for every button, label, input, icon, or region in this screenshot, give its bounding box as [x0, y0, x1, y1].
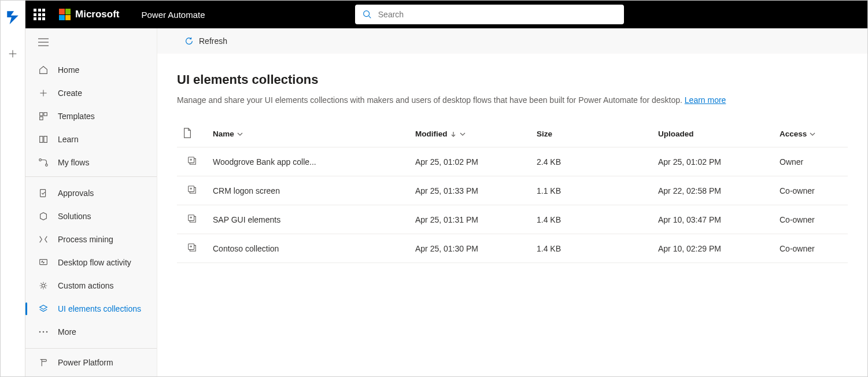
row-modified-cell: Apr 25, 01:31 PM [409, 205, 531, 234]
rail-power-automate-icon[interactable] [1, 5, 24, 28]
table-row[interactable]: SAP GUI elementsApr 25, 01:31 PM1.4 KBAp… [177, 205, 848, 234]
top-header: Microsoft Power Automate [25, 1, 867, 28]
powerplatform-icon [38, 357, 49, 368]
command-bar: Refresh [157, 28, 867, 54]
search-box[interactable] [355, 5, 624, 24]
nav-processmining[interactable]: Process mining [25, 228, 157, 251]
nav-desktopflowactivity[interactable]: Desktop flow activity [25, 251, 157, 274]
page-content: Refresh UI elements collections Manage a… [157, 28, 867, 376]
table-row[interactable]: CRM logon screenApr 25, 01:33 PM1.1 KBAp… [177, 176, 848, 205]
row-access-cell: Co-owner [774, 205, 848, 234]
row-access-cell: Co-owner [774, 176, 848, 205]
col-header-name[interactable]: Name [207, 121, 409, 147]
row-uploaded-cell: Apr 10, 02:29 PM [652, 234, 774, 263]
sort-down-icon [450, 131, 457, 138]
svg-point-13 [46, 164, 48, 167]
col-header-access[interactable]: Access [774, 121, 848, 147]
rail-add-icon[interactable] [1, 42, 24, 65]
row-icon-cell [177, 176, 207, 205]
nav-myflows[interactable]: My flows [25, 151, 157, 174]
nav-uielements[interactable]: UI elements collections [25, 297, 157, 320]
nav-more-label: More [58, 327, 76, 337]
nav-learn[interactable]: Learn [25, 128, 157, 151]
row-modified-cell: Apr 25, 01:02 PM [409, 147, 531, 176]
row-uploaded-cell: Apr 22, 02:58 PM [652, 176, 774, 205]
chevron-down-icon [809, 131, 816, 138]
nav-customactions-label: Custom actions [58, 281, 113, 290]
row-uploaded-cell: Apr 25, 01:02 PM [652, 147, 774, 176]
nav-toggle[interactable] [25, 28, 157, 56]
nav-create-label: Create [58, 88, 82, 98]
nav-more[interactable]: More [25, 320, 157, 343]
collection-icon [187, 184, 197, 195]
hamburger-icon [38, 38, 49, 46]
nav-create[interactable]: Create [25, 82, 157, 105]
collection-icon [187, 242, 197, 253]
chevron-down-icon [237, 131, 243, 138]
row-access-cell: Co-owner [774, 234, 848, 263]
col-size-label: Size [537, 130, 552, 138]
collection-icon [187, 156, 197, 166]
brand-text: Microsoft [75, 9, 120, 20]
search-input[interactable] [378, 10, 617, 19]
col-header-modified[interactable]: Modified [409, 121, 531, 147]
nav-powerplatform[interactable]: Power Platform [25, 349, 157, 376]
app-launcher-icon[interactable] [34, 9, 45, 20]
nav-home[interactable]: Home [25, 58, 157, 82]
more-icon [38, 327, 49, 337]
approvals-icon [38, 188, 49, 198]
collections-table: Name Modified [177, 121, 848, 263]
learn-more-link[interactable]: Learn more [685, 95, 726, 105]
app-name[interactable]: Power Automate [142, 10, 205, 20]
nav-approvals[interactable]: Approvals [25, 182, 157, 205]
row-name-cell: Woodgrove Bank app colle... [207, 147, 409, 176]
nav-approvals-label: Approvals [58, 188, 94, 198]
side-nav: Home Create Templates Learn [25, 28, 157, 376]
custom-icon [38, 280, 49, 291]
table-row[interactable]: Woodgrove Bank app colle...Apr 25, 01:02… [177, 147, 848, 176]
home-icon [38, 65, 49, 75]
nav-solutions[interactable]: Solutions [25, 205, 157, 228]
layers-icon [38, 304, 49, 314]
chevron-down-icon [459, 131, 466, 138]
row-size-cell: 1.4 KB [531, 205, 652, 234]
left-rail [1, 1, 25, 376]
microsoft-logo: Microsoft [59, 9, 120, 20]
col-header-size[interactable]: Size [531, 121, 652, 147]
col-header-uploaded[interactable]: Uploaded [652, 121, 774, 147]
refresh-icon [184, 36, 194, 46]
table-row[interactable]: Contoso collectionApr 25, 01:30 PM1.4 KB… [177, 234, 848, 263]
nav-desktopflowactivity-label: Desktop flow activity [58, 258, 131, 267]
nav-home-label: Home [58, 65, 79, 75]
col-header-icon [177, 121, 207, 147]
refresh-label: Refresh [199, 36, 227, 46]
row-modified-cell: Apr 25, 01:30 PM [409, 234, 531, 263]
svg-rect-9 [40, 113, 43, 116]
svg-rect-15 [40, 260, 47, 265]
row-name-cell: CRM logon screen [207, 176, 409, 205]
refresh-button[interactable]: Refresh [178, 32, 233, 50]
nav-processmining-label: Process mining [58, 235, 113, 244]
row-size-cell: 2.4 KB [531, 147, 652, 176]
file-icon [183, 128, 192, 138]
svg-point-12 [39, 159, 42, 161]
col-modified-label: Modified [415, 130, 448, 138]
row-modified-cell: Apr 25, 01:33 PM [409, 176, 531, 205]
nav-templates[interactable]: Templates [25, 105, 157, 128]
col-name-label: Name [213, 130, 234, 138]
microsoft-logo-icon [59, 9, 71, 20]
svg-point-17 [39, 331, 41, 333]
svg-rect-11 [40, 117, 43, 120]
row-uploaded-cell: Apr 10, 03:47 PM [652, 205, 774, 234]
nav-customactions[interactable]: Custom actions [25, 274, 157, 297]
nav-learn-label: Learn [58, 135, 79, 144]
row-size-cell: 1.1 KB [531, 176, 652, 205]
templates-icon [38, 111, 49, 121]
row-icon-cell [177, 205, 207, 234]
flow-icon [38, 157, 49, 168]
row-icon-cell [177, 147, 207, 176]
col-access-label: Access [780, 130, 807, 138]
svg-rect-14 [40, 190, 46, 197]
nav-templates-label: Templates [58, 112, 95, 121]
svg-point-19 [46, 331, 48, 333]
